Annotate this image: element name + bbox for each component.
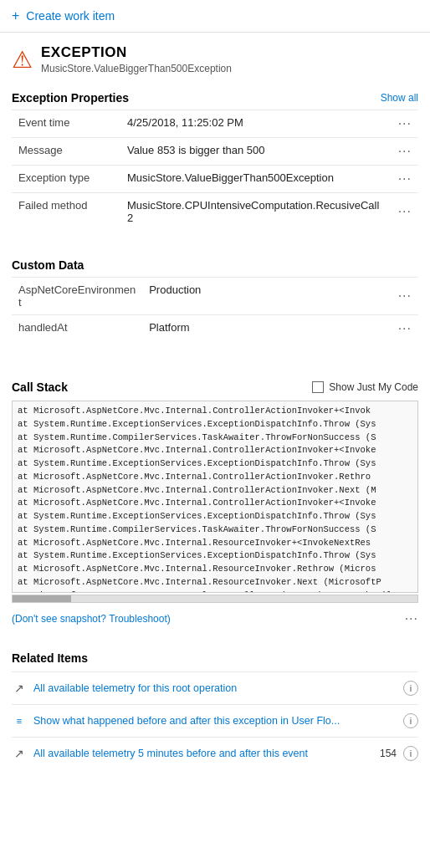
row-menu-button[interactable]: ··· — [392, 138, 418, 166]
prop-value: Production — [142, 278, 391, 315]
call-stack-line: at System.Runtime.ExceptionServices.Exce… — [18, 510, 412, 523]
call-stack-line: at System.Runtime.CompilerServices.TaskA… — [18, 431, 412, 445]
call-stack-header: Call Stack Show Just My Code — [12, 380, 418, 394]
call-stack-line: at System.Runtime.CompilerServices.TaskA… — [18, 523, 412, 537]
related-item-2[interactable]: ↗ All available telemetry 5 minutes befo… — [12, 737, 418, 769]
exception-info: EXCEPTION MusicStore.ValueBiggerThan500E… — [41, 44, 232, 74]
create-work-item-button[interactable]: Create work item — [26, 9, 115, 23]
horizontal-scrollbar[interactable] — [12, 595, 418, 603]
prop-key: Exception type — [12, 166, 120, 193]
exception-title: EXCEPTION — [41, 44, 232, 61]
row-menu-button[interactable]: ··· — [392, 193, 418, 231]
top-bar: + Create work item — [0, 0, 430, 33]
call-stack-line: at Microsoft.AspNetCore.Mvc.Internal.Res… — [18, 563, 412, 576]
snapshot-row: (Don't see snapshot? Troubleshoot) ··· — [0, 603, 430, 635]
show-just-code-label: Show Just My Code — [329, 381, 418, 393]
scrollbar-thumb[interactable] — [13, 595, 71, 602]
call-stack-line: at Microsoft.AspNetCore.Mvc.Internal.Con… — [18, 471, 412, 484]
related-item-1[interactable]: ≡ Show what happened before and after th… — [12, 704, 418, 737]
exception-properties-title: Exception Properties — [12, 91, 129, 105]
exception-warning-icon: ⚠ — [12, 46, 33, 74]
call-stack-line: at Microsoft.AspNetCore.Mvc.Internal.Con… — [18, 590, 412, 594]
show-just-code-checkbox[interactable] — [312, 381, 324, 393]
call-stack-line: at System.Runtime.ExceptionServices.Exce… — [18, 549, 412, 563]
exception-properties-section: Exception Properties Show all Event time… — [0, 83, 430, 230]
call-stack-line: at Microsoft.AspNetCore.Mvc.Internal.Con… — [18, 484, 412, 498]
create-work-item-icon: + — [12, 8, 19, 23]
row-menu-button[interactable]: ··· — [392, 315, 418, 343]
table-row: Failed method MusicStore.CPUIntensiveCom… — [12, 193, 418, 231]
call-stack-line: at Microsoft.AspNetCore.Mvc.Internal.Con… — [18, 497, 412, 510]
show-just-code-toggle[interactable]: Show Just My Code — [312, 381, 418, 393]
related-item-0-text: All available telemetry for this root op… — [33, 682, 397, 694]
related-item-2-text: All available telemetry 5 minutes before… — [33, 748, 380, 759]
prop-key: handledAt — [12, 315, 142, 343]
related-item-0-icon: ↗ — [12, 682, 27, 695]
prop-key: AspNetCoreEnvironmen t — [12, 278, 142, 315]
related-items-title: Related Items — [12, 651, 418, 665]
related-item-0[interactable]: ↗ All available telemetry for this root … — [12, 671, 418, 704]
table-row: Event time 4/25/2018, 11:25:02 PM ··· — [12, 110, 418, 138]
prop-value: Value 853 is bigger than 500 — [120, 138, 392, 166]
table-row: AspNetCoreEnvironmen t Production ··· — [12, 278, 418, 315]
related-item-2-count: 154 — [380, 748, 397, 759]
exception-properties-header: Exception Properties Show all — [12, 91, 418, 105]
table-row: handledAt Platform ··· — [12, 315, 418, 343]
custom-data-section: Custom Data AspNetCoreEnvironmen t Produ… — [0, 250, 430, 342]
prop-key: Failed method — [12, 193, 120, 231]
custom-data-header: Custom Data — [12, 258, 418, 272]
table-row: Exception type MusicStore.ValueBiggerTha… — [12, 166, 418, 193]
related-item-2-icon: ↗ — [12, 747, 27, 760]
exception-subtitle: MusicStore.ValueBiggerThan500Exception — [41, 63, 232, 74]
exception-header: ⚠ EXCEPTION MusicStore.ValueBiggerThan50… — [0, 33, 430, 83]
call-stack-line: at System.Runtime.ExceptionServices.Exce… — [18, 457, 412, 471]
table-row: Message Value 853 is bigger than 500 ··· — [12, 138, 418, 166]
custom-data-title: Custom Data — [12, 258, 84, 272]
exception-properties-table: Event time 4/25/2018, 11:25:02 PM ··· Me… — [12, 110, 418, 230]
troubleshoot-link[interactable]: (Don't see snapshot? Troubleshoot) — [12, 613, 171, 625]
prop-value: Platform — [142, 315, 391, 343]
row-menu-button[interactable]: ··· — [392, 166, 418, 193]
related-items-section: Related Items ↗ All available telemetry … — [0, 643, 430, 769]
call-stack-line: at Microsoft.AspNetCore.Mvc.Internal.Con… — [18, 444, 412, 457]
call-stack-section: Call Stack Show Just My Code at Microsof… — [0, 372, 430, 603]
related-item-1-info[interactable]: i — [403, 713, 418, 728]
call-stack-line: at System.Runtime.ExceptionServices.Exce… — [18, 418, 412, 431]
prop-value: MusicStore.CPUIntensiveComputation.Recus… — [120, 193, 392, 231]
related-item-1-text: Show what happened before and after this… — [33, 715, 397, 727]
call-stack-line: at Microsoft.AspNetCore.Mvc.Internal.Res… — [18, 576, 412, 590]
prop-key: Message — [12, 138, 120, 166]
call-stack-content[interactable]: at Microsoft.AspNetCore.Mvc.Internal.Con… — [12, 401, 418, 593]
call-stack-title: Call Stack — [12, 380, 68, 394]
prop-key: Event time — [12, 110, 120, 138]
related-item-0-info[interactable]: i — [403, 681, 418, 696]
show-all-button[interactable]: Show all — [381, 92, 418, 104]
row-menu-button[interactable]: ··· — [392, 110, 418, 138]
snapshot-menu-button[interactable]: ··· — [405, 611, 418, 626]
prop-value: 4/25/2018, 11:25:02 PM — [120, 110, 392, 138]
row-menu-button[interactable]: ··· — [392, 278, 418, 315]
related-item-2-info[interactable]: i — [403, 746, 418, 761]
call-stack-line: at Microsoft.AspNetCore.Mvc.Internal.Res… — [18, 537, 412, 550]
related-item-1-icon: ≡ — [12, 716, 27, 726]
prop-value: MusicStore.ValueBiggerThan500Exception — [120, 166, 392, 193]
call-stack-line: at Microsoft.AspNetCore.Mvc.Internal.Con… — [18, 405, 412, 418]
custom-data-table: AspNetCoreEnvironmen t Production ··· ha… — [12, 277, 418, 342]
